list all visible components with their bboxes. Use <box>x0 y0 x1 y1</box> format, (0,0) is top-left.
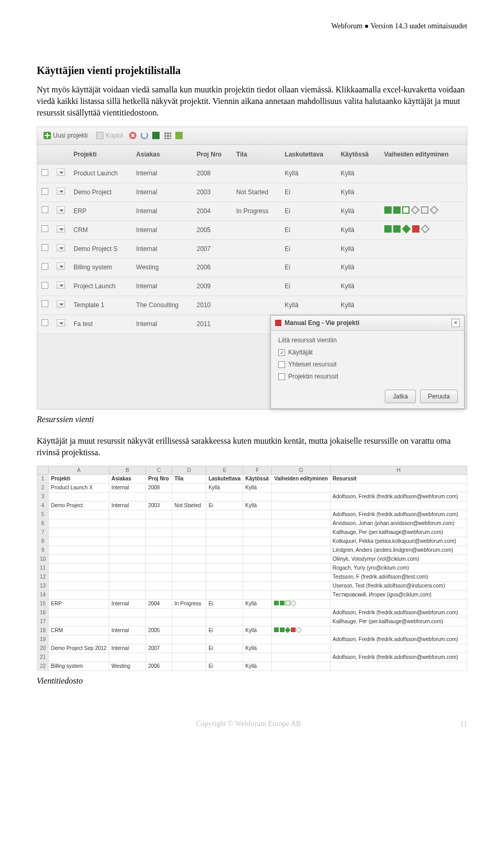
column-header[interactable]: H <box>330 466 467 475</box>
sheet-cell[interactable] <box>206 582 243 591</box>
sheet-cell[interactable] <box>172 609 206 617</box>
sheet-cell[interactable] <box>49 582 109 591</box>
sheet-cell[interactable] <box>146 555 172 564</box>
sheet-cell[interactable] <box>243 510 272 519</box>
column-header[interactable]: F <box>243 466 272 475</box>
sheet-cell[interactable] <box>146 653 172 662</box>
cancel-button[interactable]: Peruuta <box>420 390 458 404</box>
row-checkbox[interactable] <box>41 319 48 326</box>
row-header[interactable]: 16 <box>37 609 49 617</box>
sheet-cell[interactable]: Käytössä <box>243 475 272 484</box>
sheet-cell[interactable] <box>49 537 109 546</box>
sheet-cell[interactable]: Kyllä <box>243 501 272 510</box>
sheet-cell[interactable] <box>49 573 109 582</box>
column-header[interactable]: G <box>272 466 330 475</box>
sheet-cell[interactable] <box>272 510 330 519</box>
sheet-cell[interactable] <box>243 609 272 617</box>
row-menu-icon[interactable] <box>57 225 65 233</box>
row-header[interactable]: 8 <box>37 537 49 546</box>
row-menu-icon[interactable] <box>57 206 65 214</box>
sheet-cell[interactable]: Adolfsson, Fredrik (fredrik.adolfsson@we… <box>330 492 467 501</box>
sheet-cell[interactable] <box>172 582 206 591</box>
sheet-cell[interactable]: Internal <box>109 484 146 492</box>
sheet-cell[interactable]: Ei <box>206 626 243 635</box>
sheet-cell[interactable] <box>109 528 146 537</box>
sheet-cell[interactable] <box>172 492 206 501</box>
row-header[interactable]: 6 <box>37 519 49 528</box>
sheet-cell[interactable] <box>172 555 206 564</box>
sheet-cell[interactable] <box>172 635 206 644</box>
sheet-cell[interactable] <box>146 582 172 591</box>
sheet-cell[interactable] <box>172 537 206 546</box>
sheet-cell[interactable]: Kyllä <box>243 626 272 635</box>
table-row[interactable]: Template 1The Consulting2010KylläKyllä <box>37 296 467 315</box>
sheet-cell[interactable]: 2004 <box>146 600 172 609</box>
sheet-cell[interactable] <box>146 573 172 582</box>
sheet-cell[interactable] <box>272 662 330 671</box>
row-header[interactable]: 7 <box>37 528 49 537</box>
row-header[interactable]: 17 <box>37 617 49 626</box>
sheet-cell[interactable] <box>49 653 109 662</box>
sheet-cell[interactable] <box>109 573 146 582</box>
sheet-cell[interactable] <box>109 519 146 528</box>
sheet-cell[interactable]: Tila <box>172 475 206 484</box>
row-menu-icon[interactable] <box>57 281 65 289</box>
row-header[interactable]: 11 <box>37 564 49 573</box>
row-checkbox[interactable] <box>41 300 48 307</box>
sheet-cell[interactable] <box>172 626 206 635</box>
sheet-cell[interactable] <box>109 617 146 626</box>
sheet-cell[interactable]: Ei <box>206 662 243 671</box>
sheet-cell[interactable]: Adolfsson, Fredrik (fredrik.adolfsson@we… <box>330 635 467 644</box>
sheet-cell[interactable]: Ei <box>206 644 243 653</box>
sheet-cell[interactable]: Rogach, Yuriy (yro@ciklum.com) <box>330 564 467 573</box>
row-header[interactable]: 4 <box>37 501 49 510</box>
row-menu-icon[interactable] <box>57 169 65 176</box>
table-row[interactable]: Project LaunchInternal2009EiKyllä <box>37 277 467 296</box>
row-header[interactable]: 22 <box>37 662 49 671</box>
row-header[interactable]: 9 <box>37 546 49 555</box>
sheet-cell[interactable] <box>272 555 330 564</box>
sheet-cell[interactable] <box>206 635 243 644</box>
option-shared[interactable]: Yhteiset resurssit <box>278 360 457 369</box>
table-row[interactable]: Demo Project SInternal2007EiKyllä <box>37 239 467 258</box>
row-header[interactable]: 19 <box>37 635 49 644</box>
column-header[interactable]: E <box>206 466 243 475</box>
checkbox-icon[interactable]: ✓ <box>278 349 285 356</box>
column-header[interactable]: C <box>146 466 172 475</box>
sheet-cell[interactable] <box>206 555 243 564</box>
sheet-cell[interactable]: Oliinyk, Volodymyr (vol@ciklum.com) <box>330 555 467 564</box>
column-header[interactable]: D <box>172 466 206 475</box>
copy-button[interactable]: Kopioi <box>94 130 125 141</box>
columns-icon[interactable] <box>164 132 171 139</box>
sheet-cell[interactable]: 2005 <box>146 626 172 635</box>
column-header[interactable]: B <box>109 466 146 475</box>
row-header[interactable]: 14 <box>37 591 49 600</box>
col-projno[interactable]: Proj Nro <box>193 145 233 164</box>
sheet-cell[interactable]: Kyllä <box>243 600 272 609</box>
sheet-cell[interactable] <box>146 617 172 626</box>
sheet-cell[interactable] <box>272 546 330 555</box>
sheet-cell[interactable] <box>206 573 243 582</box>
sheet-cell[interactable] <box>272 635 330 644</box>
sheet-cell[interactable]: Arvidsson, Johan (johan.arvidsson@webfor… <box>330 519 467 528</box>
row-menu-icon[interactable] <box>57 244 65 251</box>
sheet-cell[interactable] <box>109 537 146 546</box>
sheet-cell[interactable] <box>206 653 243 662</box>
sheet-cell[interactable] <box>272 617 330 626</box>
sheet-cell[interactable] <box>206 546 243 555</box>
sheet-cell[interactable]: Demo Project Sep 2012 <box>49 644 109 653</box>
sheet-cell[interactable]: Adolfsson, Fredrik (fredrik.adolfsson@we… <box>330 653 467 662</box>
table-row[interactable]: Demo ProjectInternal2003Not StartedEiKyl… <box>37 183 467 202</box>
sheet-cell[interactable] <box>243 573 272 582</box>
new-project-button[interactable]: Uusi projekti <box>41 130 90 141</box>
row-checkbox[interactable] <box>41 188 48 195</box>
sheet-cell[interactable] <box>146 546 172 555</box>
sheet-cell[interactable]: Internal <box>109 600 146 609</box>
sheet-cell[interactable] <box>272 501 330 510</box>
sheet-cell[interactable] <box>272 573 330 582</box>
sheet-cell[interactable] <box>146 591 172 600</box>
sheet-cell[interactable]: Ei <box>206 501 243 510</box>
row-menu-icon[interactable] <box>57 263 65 270</box>
sheet-cell[interactable] <box>109 555 146 564</box>
sheet-cell[interactable]: Kallhauge, Per (per.kallhauge@webforum.c… <box>330 528 467 537</box>
